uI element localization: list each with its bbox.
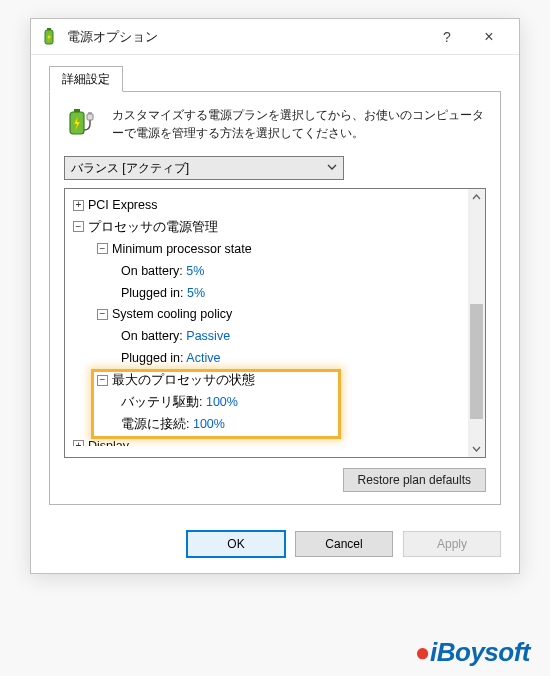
tree-label: Display [88,439,129,446]
tree-label: PCI Express [88,198,157,212]
tree-setting-value[interactable]: Passive [186,329,230,343]
tree-setting-label: Plugged in: [121,351,186,365]
cancel-button[interactable]: Cancel [295,531,393,557]
restore-defaults-button[interactable]: Restore plan defaults [343,468,486,492]
battery-power-icon [39,27,59,47]
tree-node[interactable]: −Minimum processor state [71,239,485,261]
intro-text: カスタマイズする電源プランを選択してから、お使いのコンピューターで電源を管理する… [112,106,486,142]
tree-leaf[interactable]: Plugged in: 5% [71,283,485,305]
collapse-icon[interactable]: − [73,221,84,232]
tree-setting-label: バッテリ駆動: [121,395,206,409]
power-plan-combobox[interactable]: バランス [アクティブ] [64,156,344,180]
dialog-footer: OK Cancel Apply [31,519,519,573]
vertical-scrollbar[interactable] [468,189,485,457]
scroll-thumb[interactable] [470,304,483,419]
collapse-icon[interactable]: − [97,375,108,386]
power-plan-value: バランス [アクティブ] [71,160,189,177]
tab-advanced-settings[interactable]: 詳細設定 [49,66,123,92]
chevron-down-icon [327,161,337,175]
power-options-dialog: 電源オプション ? × 詳細設定 [30,18,520,574]
collapse-icon[interactable]: − [97,243,108,254]
tree-leaf[interactable]: 電源に接続: 100% [71,414,485,436]
tree-leaf[interactable]: On battery: 5% [71,261,485,283]
tree-label: プロセッサの電源管理 [88,220,218,234]
tree-node[interactable]: −System cooling policy [71,304,485,326]
dialog-body: 詳細設定 カスタマイズする電源プランを選択してから、お使いのコンピューターで電源… [31,55,519,519]
tab-panel: カスタマイズする電源プランを選択してから、お使いのコンピューターで電源を管理する… [49,91,501,505]
help-button[interactable]: ? [427,29,467,45]
settings-tree[interactable]: +PCI Express−プロセッサの電源管理−Minimum processo… [64,188,486,458]
svg-rect-3 [74,109,80,112]
titlebar: 電源オプション ? × [31,19,519,55]
tree-node[interactable]: −プロセッサの電源管理 [71,217,485,239]
expand-icon[interactable]: + [73,440,84,446]
tree-setting-label: Plugged in: [121,286,187,300]
tree-setting-value[interactable]: Active [186,351,220,365]
svg-rect-1 [47,28,51,30]
tree-leaf[interactable]: バッテリ駆動: 100% [71,392,485,414]
tree-setting-value[interactable]: 100% [193,417,225,431]
tree-node[interactable]: +PCI Express [71,195,485,217]
tree-label: System cooling policy [112,307,232,321]
svg-rect-4 [87,114,93,120]
tree-leaf[interactable]: Plugged in: Active [71,348,485,370]
close-button[interactable]: × [467,28,511,46]
tree-label: 最大のプロセッサの状態 [112,373,255,387]
tree-leaf[interactable]: On battery: Passive [71,326,485,348]
ok-button[interactable]: OK [187,531,285,557]
intro-row: カスタマイズする電源プランを選択してから、お使いのコンピューターで電源を管理する… [64,106,486,142]
apply-button: Apply [403,531,501,557]
tree-node[interactable]: −最大のプロセッサの状態 [71,370,485,392]
scroll-up-button[interactable] [468,189,485,206]
watermark-dot-icon: ● [415,637,430,667]
expand-icon[interactable]: + [73,200,84,211]
window-title: 電源オプション [67,28,427,46]
tree-setting-value[interactable]: 5% [187,286,205,300]
tab-strip: 詳細設定 [49,65,501,91]
tree-label: Minimum processor state [112,242,252,256]
tree-node[interactable]: +Display [71,436,485,446]
watermark-i: i [430,637,437,667]
watermark: ●iBoysoft [415,637,530,668]
restore-row: Restore plan defaults [64,468,486,492]
tree-setting-label: 電源に接続: [121,417,193,431]
watermark-rest: Boysoft [437,637,530,667]
tree-setting-value[interactable]: 5% [186,264,204,278]
tree-setting-label: On battery: [121,264,186,278]
tree-setting-value[interactable]: 100% [206,395,238,409]
scroll-down-button[interactable] [468,440,485,457]
battery-plug-icon [64,106,100,142]
collapse-icon[interactable]: − [97,309,108,320]
tree-setting-label: On battery: [121,329,186,343]
